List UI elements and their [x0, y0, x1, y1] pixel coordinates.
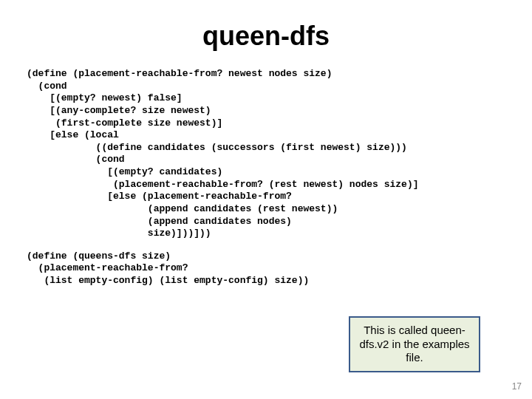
code-block-2: (define (queens-dfs size) (placement-rea… [27, 250, 532, 287]
page-number: 17 [512, 381, 522, 392]
code-block-1: (define (placement-reachable-from? newes… [27, 68, 532, 240]
slide-title: queen-dfs [0, 21, 532, 52]
callout-box: This is called queen-dfs.v2 in the examp… [349, 316, 480, 372]
